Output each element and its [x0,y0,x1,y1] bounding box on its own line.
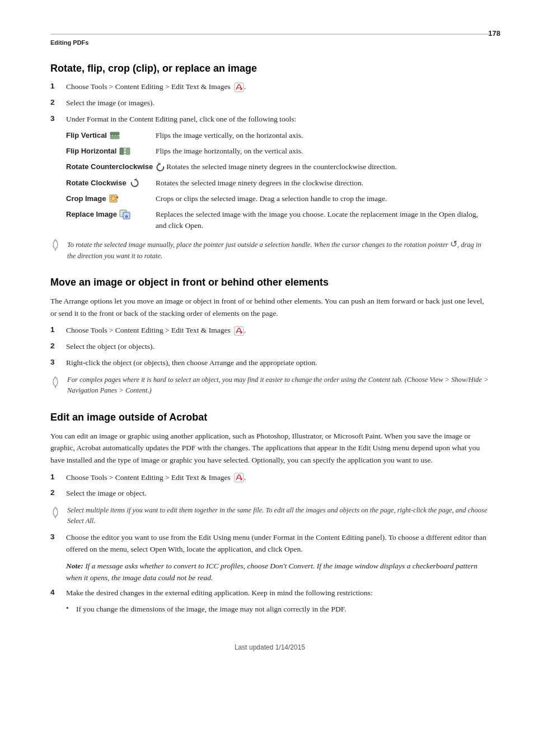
flip-horizontal-icon [119,146,131,156]
step-text: Right-click the object (or objects), the… [66,357,317,369]
svg-rect-12 [116,197,118,198]
section2-note-block: For complex pages where it is hard to se… [50,375,489,396]
page-content: 178 Editing PDFs Rotate, flip, crop (cli… [0,0,534,685]
tool-replace-image: Replace Image ⊕ Replaces the selected im… [66,209,489,232]
section1-step3: 3 Under Format in the Content Editing pa… [50,114,489,125]
step-number: 3 [50,532,66,541]
svg-rect-2 [110,132,119,135]
step-number: 1 [50,325,66,334]
section3-step1: 1 Choose Tools > Content Editing > Edit … [50,472,489,484]
rotate-ccw-icon [155,162,166,172]
footer-text: Last updated 1/14/2015 [235,643,305,651]
note2-text: If a message asks whether to convert to … [66,562,477,582]
flip-horizontal-desc: Flips the image horizontally, on the ver… [156,146,489,157]
edit-text-images-icon [234,82,244,92]
edit-text-images-icon [234,473,244,483]
tool-rotate-cw: Rotate Clockwise Rotates the selected im… [66,178,489,189]
tool-crop-image: Crop Image Crops or clips the selected i… [66,193,489,204]
section3-note2: Note: If a message asks whether to conve… [66,560,489,584]
svg-rect-3 [110,136,119,139]
section2-step2: 2 Select the object (or objects). [50,341,489,353]
section1-step2: 2 Select the image (or images). [50,97,489,109]
svg-rect-5 [120,148,124,155]
step-number: 2 [50,97,66,106]
svg-rect-0 [235,83,243,92]
rotate-cw-desc: Rotates the selected image ninety degree… [156,178,489,189]
page-number: 178 [488,29,500,38]
step-text: Make the desired changes in the external… [66,587,373,599]
section2-step3: 3 Right-click the object (or objects), t… [50,357,489,369]
step-text: Select the object (or objects). [66,341,154,353]
bullet-text: If you change the dimensions of the imag… [76,604,346,615]
note-tip-icon [50,376,64,391]
note-tip-icon [50,506,64,522]
replace-icon: ⊕ [119,209,130,220]
section3-step4: 4 Make the desired changes in the extern… [50,587,489,599]
step-text: Select the image or object. [66,488,147,500]
step-text: Choose Tools > Content Editing > Edit Te… [66,472,246,484]
page-footer: Last updated 1/14/2015 [50,638,489,651]
step-number: 2 [50,341,66,350]
section3-step3: 3 Choose the editor you want to use from… [50,532,489,556]
svg-rect-10 [110,195,117,202]
section2-intro: The Arrange options let you move an imag… [50,295,489,319]
svg-text:⊕: ⊕ [125,214,128,218]
section3-select-note-block: Select multiple items if you want to edi… [50,505,489,526]
section2-note-text: For complex pages where it is hard to se… [67,375,489,396]
step-number: 4 [50,587,66,596]
edit-text-images-icon [234,326,244,336]
flip-vertical-icon [109,130,120,141]
tool-rotate-ccw: Rotate Counterclockwise Rotates the sele… [66,161,489,172]
section2-step1: 1 Choose Tools > Content Editing > Edit … [50,325,489,337]
section1-title: Rotate, flip, crop (clip), or replace an… [50,63,489,74]
note-label: Note: [66,562,83,570]
step-text: Select the image (or images). [66,97,154,109]
bullet-item-1: • If you change the dimensions of the im… [66,604,489,615]
section3-step2: 2 Select the image or object. [50,488,489,500]
tool-flip-vertical: Flip Vertical Flips the image vertically… [66,130,489,141]
section3-intro: You can edit an image or graphic using a… [50,430,489,466]
breadcrumb: Editing PDFs [50,34,489,46]
section1-step1: 1 Choose Tools > Content Editing > Edit … [50,81,489,93]
step-text: Choose Tools > Content Editing > Edit Te… [66,81,246,93]
note-tip-icon [50,239,64,254]
section2-title: Move an image or object in front or behi… [50,277,489,288]
step-number: 3 [50,114,66,123]
rotate-note-block: To rotate the selected image manually, p… [50,237,489,262]
replace-image-desc: Replaces the selected image with the ima… [156,209,489,232]
rotate-cw-icon [129,178,140,188]
step-number: 3 [50,357,66,366]
step-text: Choose the editor you want to use from t… [66,532,489,556]
step-text: Under Format in the Content Editing pane… [66,114,296,125]
flip-vertical-desc: Flips the image vertically, on the horiz… [156,130,489,141]
section3-title: Edit an image outside of Acrobat [50,412,489,423]
crop-image-desc: Crops or clips the selected image. Drag … [156,193,489,204]
bullet-dot: • [66,604,76,615]
crop-icon [109,194,120,204]
step-number: 1 [50,472,66,481]
rotate-ccw-desc: Rotates the selected image ninety degree… [166,161,489,172]
svg-rect-6 [126,148,130,155]
tool-flip-horizontal: Flip Horizontal Flips the image horizont… [66,146,489,157]
step-number: 2 [50,488,66,497]
step-number: 1 [50,81,66,90]
rotate-note-text: To rotate the selected image manually, p… [67,237,489,262]
section3-select-note-text: Select multiple items if you want to edi… [67,505,489,526]
step-text: Choose Tools > Content Editing > Edit Te… [66,325,246,337]
